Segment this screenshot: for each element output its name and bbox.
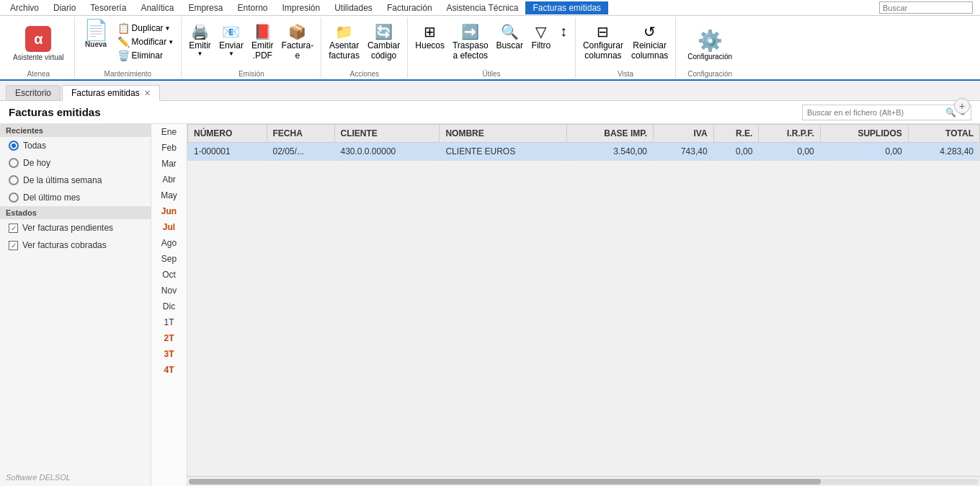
nueva-icon: 📄 bbox=[84, 20, 109, 40]
emitir-arrow: ▼ bbox=[197, 50, 203, 57]
month-may[interactable]: May bbox=[151, 187, 187, 203]
ribbon-group-acciones: 📁 Asentar facturas 🔄 Cambiar código Acci… bbox=[321, 17, 408, 78]
btn-ordenar[interactable]: ↕ bbox=[556, 22, 571, 41]
duplicar-arrow: ▼ bbox=[165, 25, 171, 32]
duplicar-icon: 📋 bbox=[117, 22, 130, 34]
month-jun[interactable]: Jun bbox=[151, 203, 187, 219]
menu-tesoreria[interactable]: Tesorería bbox=[83, 1, 133, 14]
btn-facturae[interactable]: 📦 Factura- e bbox=[279, 22, 317, 62]
month-abr[interactable]: Abr bbox=[151, 172, 187, 187]
modificar-arrow: ▼ bbox=[168, 39, 174, 45]
filter-cobradas[interactable]: ✓ Ver facturas cobradas bbox=[0, 237, 151, 254]
ribbon-group-configuracion: ⚙️ Configuración Configuración bbox=[676, 17, 744, 78]
menu-utilidades[interactable]: Utilidades bbox=[327, 1, 380, 14]
btn-huecos[interactable]: ⊞ Huecos bbox=[412, 22, 447, 52]
menu-impresion[interactable]: Impresión bbox=[275, 1, 327, 14]
ribbon-group-configuracion-label: Configuración bbox=[682, 70, 738, 78]
scrollbar-thumb[interactable] bbox=[189, 479, 821, 485]
page-search-input[interactable] bbox=[807, 108, 944, 117]
add-tab-button[interactable]: + bbox=[954, 98, 970, 114]
filter-de-hoy[interactable]: De hoy bbox=[0, 154, 151, 172]
col-nombre: NOMBRE bbox=[440, 125, 567, 143]
col-numero: NÚMERO bbox=[188, 125, 267, 143]
col-base-imp: BASE IMP. bbox=[567, 125, 654, 143]
menubar-items: Archivo Diario Tesorería Analítica Empre… bbox=[3, 1, 879, 14]
menu-asistencia[interactable]: Asistencia Técnica bbox=[440, 1, 526, 14]
btn-emitir[interactable]: 🖨️ Emitir ▼ bbox=[186, 22, 214, 58]
btn-eliminar[interactable]: 🗑️ Eliminar bbox=[115, 49, 177, 62]
quarter-4t[interactable]: 4T bbox=[151, 362, 187, 378]
btn-modificar[interactable]: ✏️ Modificar ▼ bbox=[115, 35, 177, 48]
month-feb[interactable]: Feb bbox=[151, 140, 187, 156]
ribbon-group-emision-label: Emisión bbox=[186, 70, 316, 78]
quarter-2t[interactable]: 2T bbox=[151, 330, 187, 346]
month-list: Ene Feb Mar Abr May Jun Jul Ago Sep Oct … bbox=[151, 124, 187, 486]
month-nov[interactable]: Nov bbox=[151, 283, 187, 299]
tab-facturas-emitidas[interactable]: Facturas emitidas ✕ bbox=[62, 85, 160, 101]
filter-pendientes[interactable]: ✓ Ver facturas pendientes bbox=[0, 219, 151, 237]
col-fecha: FECHA bbox=[267, 125, 334, 143]
month-dic[interactable]: Dic bbox=[151, 299, 187, 314]
table-scroll-area[interactable]: NÚMERO FECHA CLIENTE NOMBRE BASE IMP. IV… bbox=[187, 124, 980, 476]
month-sep[interactable]: Sep bbox=[151, 251, 187, 267]
btn-configuracion[interactable]: ⚙️ Configuración bbox=[682, 27, 738, 62]
menu-facturas-emitidas[interactable]: Facturas emitidas bbox=[525, 1, 608, 14]
month-mar[interactable]: Mar bbox=[151, 156, 187, 172]
menu-archivo[interactable]: Archivo bbox=[3, 1, 46, 14]
menubar: Archivo Diario Tesorería Analítica Empre… bbox=[0, 0, 980, 16]
cell-nombre: CLIENTE EUROS bbox=[440, 143, 567, 161]
buscar-icon: 🔍 bbox=[501, 23, 519, 40]
quarter-1t[interactable]: 1T bbox=[151, 314, 187, 330]
radio-todas bbox=[9, 141, 19, 151]
tab-escritorio[interactable]: Escritorio bbox=[6, 85, 61, 100]
cell-total: 4.283,40 bbox=[908, 143, 979, 161]
month-jul[interactable]: Jul bbox=[151, 219, 187, 235]
btn-buscar[interactable]: 🔍 Buscar bbox=[494, 22, 526, 52]
month-ago[interactable]: Ago bbox=[151, 235, 187, 251]
ribbon-group-emision: 🖨️ Emitir ▼ 📧 Enviar ▼ 📕 Emitir .PDF 📦 F… bbox=[182, 17, 321, 78]
cell-base-imp: 3.540,00 bbox=[567, 143, 654, 161]
btn-cambiar[interactable]: 🔄 Cambiar código bbox=[365, 22, 403, 62]
filter-ultima-semana[interactable]: De la última semana bbox=[0, 172, 151, 189]
tab-close-icon[interactable]: ✕ bbox=[144, 89, 151, 98]
ribbon-group-mantenimiento: 📄 Nueva 📋 Duplicar ▼ ✏️ Modificar ▼ 🗑️ E… bbox=[75, 17, 182, 78]
filtro-icon: ▽ bbox=[535, 23, 546, 40]
content-wrapper: Facturas emitidas 🔍 ↺ Recientes Todas De… bbox=[0, 101, 980, 486]
btn-emitir-pdf[interactable]: 📕 Emitir .PDF bbox=[249, 22, 277, 62]
btn-configurar-columnas[interactable]: ⊟ Configurar columnas bbox=[580, 22, 626, 62]
quarter-3t[interactable]: 3T bbox=[151, 346, 187, 362]
menu-entorno[interactable]: Entorno bbox=[230, 1, 275, 14]
btn-enviar[interactable]: 📧 Enviar ▼ bbox=[216, 22, 246, 58]
ribbon-group-utiles-label: Útiles bbox=[412, 70, 571, 78]
asentar-icon: 📁 bbox=[335, 23, 353, 40]
menu-empresa[interactable]: Empresa bbox=[181, 1, 230, 14]
cell-iva: 743,40 bbox=[654, 143, 714, 161]
btn-asentar[interactable]: 📁 Asentar facturas bbox=[326, 22, 362, 62]
menu-diario[interactable]: Diario bbox=[46, 1, 83, 14]
btn-traspaso[interactable]: ➡️ Traspaso a efectos bbox=[450, 22, 491, 62]
tabbar: Escritorio Facturas emitidas ✕ bbox=[0, 81, 980, 101]
main-area: Recientes Todas De hoy De la última sema… bbox=[0, 124, 980, 486]
configurar-columnas-icon: ⊟ bbox=[597, 23, 609, 40]
menu-analitica[interactable]: Analítica bbox=[133, 1, 181, 14]
table-row[interactable]: 1-000001 02/05/... 430.0.0.00000 CLIENTE… bbox=[188, 143, 980, 161]
horizontal-scrollbar[interactable] bbox=[187, 476, 980, 486]
btn-reiniciar-columnas[interactable]: ↺ Reiniciar columnas bbox=[628, 22, 671, 62]
btn-asistente-virtual[interactable]: α Asistente virtual bbox=[9, 25, 68, 63]
btn-nueva[interactable]: 📄 Nueva bbox=[79, 19, 113, 50]
sidebar: Recientes Todas De hoy De la última sema… bbox=[0, 124, 151, 486]
menubar-search bbox=[879, 1, 973, 14]
search-input-menubar[interactable] bbox=[883, 4, 969, 12]
cell-irpf: 0,00 bbox=[759, 143, 820, 161]
recientes-header: Recientes bbox=[0, 124, 151, 137]
cell-numero: 1-000001 bbox=[188, 143, 267, 161]
month-oct[interactable]: Oct bbox=[151, 267, 187, 283]
btn-duplicar[interactable]: 📋 Duplicar ▼ bbox=[115, 22, 177, 35]
ribbon-group-acciones-label: Acciones bbox=[326, 70, 403, 78]
filter-todas[interactable]: Todas bbox=[0, 137, 151, 154]
col-re: R.E. bbox=[713, 125, 759, 143]
btn-filtro[interactable]: ▽ Filtro bbox=[528, 22, 554, 52]
filter-ultimo-mes[interactable]: Del último mes bbox=[0, 189, 151, 206]
menu-facturacion[interactable]: Facturación bbox=[380, 1, 440, 14]
month-ene[interactable]: Ene bbox=[151, 124, 187, 140]
